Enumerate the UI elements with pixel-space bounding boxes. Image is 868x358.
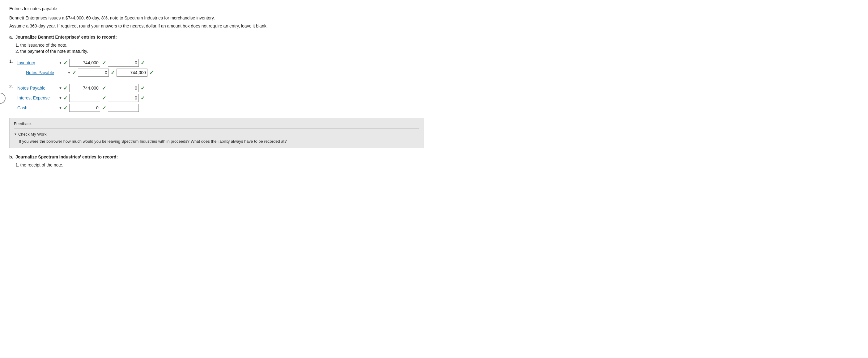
section-b-sub-instructions: 1. the receipt of the note. [16, 162, 424, 167]
cash-check: ✓ [63, 105, 67, 111]
notes-payable-2-debit-input[interactable] [69, 84, 100, 92]
account-select-notes-payable-2: Notes Payable ▼ ✓ [17, 85, 67, 91]
interest-expense-debit-check: ✓ [102, 95, 106, 101]
notes-payable-2-account-link[interactable]: Notes Payable [17, 86, 58, 91]
account-select-cash: Cash ▼ ✓ [17, 105, 67, 111]
section-b-letter: b. [9, 155, 13, 159]
notes-payable-1-dropdown-arrow[interactable]: ▼ [67, 71, 71, 74]
feedback-box: Feedback ▼ Check My Work If you were the… [9, 118, 424, 148]
section-b-label: b. Journalize Spectrum Industries' entri… [9, 155, 424, 159]
page-title: Entries for notes payable [9, 6, 424, 11]
entry-2-row-3: Cash ▼ ✓ ✓ [17, 104, 145, 112]
inventory-debit-input[interactable] [69, 59, 100, 67]
entry-2-row-1: Notes Payable ▼ ✓ ✓ ✓ [17, 84, 145, 92]
entry-2: 2. Notes Payable ▼ ✓ ✓ ✓ Interest Expens… [9, 84, 424, 112]
interest-expense-debit-input[interactable] [69, 94, 100, 102]
description: Bennett Enterprises issues a $744,000, 6… [9, 15, 424, 21]
interest-expense-dropdown-arrow[interactable]: ▼ [59, 96, 62, 100]
inventory-dropdown-arrow[interactable]: ▼ [59, 61, 62, 65]
entry-2-label: 2. [9, 84, 16, 89]
check-my-work-row: ▼ Check My Work [14, 132, 419, 136]
notes-payable-2-debit-check: ✓ [102, 85, 106, 91]
interest-expense-account-link[interactable]: Interest Expense [17, 95, 58, 100]
notes-payable-2-dropdown-arrow[interactable]: ▼ [59, 86, 62, 90]
cash-account-link[interactable]: Cash [17, 105, 58, 110]
inventory-account-link[interactable]: Inventory [17, 60, 58, 65]
entry-1-rows: Inventory ▼ ✓ ✓ ✓ Notes Payable ▼ ✓ ✓ [17, 59, 153, 76]
notes-payable-1-credit-input[interactable] [117, 69, 148, 76]
interest-expense-check: ✓ [63, 95, 67, 101]
section-b: b. Journalize Spectrum Industries' entri… [9, 155, 424, 167]
triangle-icon: ▼ [14, 132, 17, 136]
section-b-text: Journalize Spectrum Industries' entries … [16, 155, 118, 159]
account-select-interest-expense: Interest Expense ▼ ✓ [17, 95, 67, 101]
notes-payable-1-debit-input[interactable] [78, 69, 109, 76]
instructions: Assume a 360-day year. If required, roun… [9, 24, 424, 28]
inventory-credit-input[interactable] [108, 59, 139, 67]
interest-expense-credit-input[interactable] [108, 94, 139, 102]
entry-1-row-1: Inventory ▼ ✓ ✓ ✓ [17, 59, 153, 67]
sub-instruction-1: 1. the issuance of the note. [16, 43, 424, 47]
circle-tab [0, 93, 6, 104]
notes-payable-1-credit-check: ✓ [149, 70, 153, 76]
feedback-title: Feedback [14, 121, 419, 126]
notes-payable-1-account-link[interactable]: Notes Payable [26, 70, 66, 75]
feedback-text: If you were the borrower how much would … [19, 139, 419, 143]
sub-instruction-2: 2. the payment of the note at maturity. [16, 49, 424, 54]
notes-payable-2-credit-check: ✓ [141, 85, 145, 91]
section-a-label: a. Journalize Bennett Enterprises' entri… [9, 35, 424, 39]
sub-instructions: 1. the issuance of the note. 2. the paym… [16, 43, 424, 54]
section-a-letter: a. [9, 35, 13, 39]
section-b-sub-instruction-1: 1. the receipt of the note. [16, 162, 424, 167]
account-select-inventory: Inventory ▼ ✓ [17, 60, 67, 66]
notes-payable-1-debit-check: ✓ [111, 70, 115, 76]
section-a-text: Journalize Bennett Enterprises' entries … [15, 35, 117, 39]
entry-1-row-2: Notes Payable ▼ ✓ ✓ ✓ [17, 69, 153, 76]
section-a: a. Journalize Bennett Enterprises' entri… [9, 35, 424, 112]
entry-1: 1. Inventory ▼ ✓ ✓ ✓ Notes Payable ▼ ✓ [9, 59, 424, 76]
cash-debit-check: ✓ [102, 105, 106, 111]
notes-payable-2-credit-input[interactable] [108, 84, 139, 92]
notes-payable-1-check: ✓ [72, 70, 76, 76]
interest-expense-credit-check: ✓ [141, 95, 145, 101]
entry-2-row-2: Interest Expense ▼ ✓ ✓ ✓ [17, 94, 145, 102]
notes-payable-2-check: ✓ [63, 85, 67, 91]
check-my-work-label: Check My Work [18, 132, 47, 136]
inventory-credit-check: ✓ [141, 60, 145, 66]
account-select-notes-payable-1: Notes Payable ▼ ✓ [26, 70, 76, 76]
cash-dropdown-arrow[interactable]: ▼ [59, 106, 62, 110]
cash-credit-input[interactable] [108, 104, 139, 112]
entry-2-rows: Notes Payable ▼ ✓ ✓ ✓ Interest Expense ▼… [17, 84, 145, 112]
inventory-debit-check: ✓ [102, 60, 106, 66]
inventory-check: ✓ [63, 60, 67, 66]
entry-1-label: 1. [9, 59, 16, 64]
cash-debit-input[interactable] [69, 104, 100, 112]
